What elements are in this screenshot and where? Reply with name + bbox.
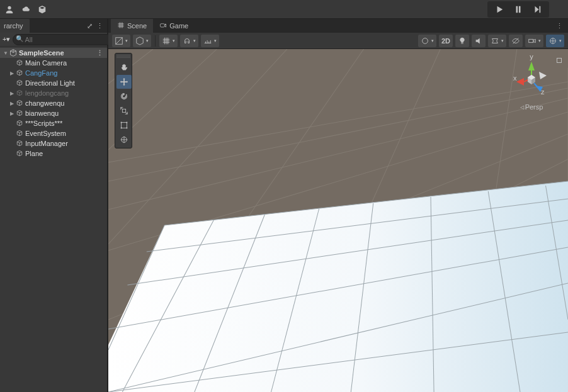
hierarchy-item[interactable]: ▶bianwenqu <box>0 108 107 118</box>
hierarchy-item-label: Directional Light <box>25 79 75 87</box>
increment-snap[interactable] <box>201 35 219 47</box>
camera-dropdown[interactable] <box>525 35 543 47</box>
scene-viewport[interactable]: y x z ◁ Persp <box>108 49 568 392</box>
editor-topbar <box>0 0 568 19</box>
expand-arrow-icon[interactable]: ▶ <box>9 111 15 116</box>
hierarchy-item-label: Main Camera <box>25 59 67 67</box>
svg-point-4 <box>423 38 428 43</box>
scene-name: SampleScene <box>19 49 64 57</box>
hierarchy-item-label: ***Scripts*** <box>25 120 62 127</box>
tab-scene[interactable]: Scene <box>111 19 153 33</box>
transform-tool-icon[interactable] <box>116 133 132 147</box>
svg-line-51 <box>534 83 538 87</box>
expand-arrow-icon[interactable]: ▶ <box>9 70 15 76</box>
gameobject-icon <box>15 149 24 158</box>
projection-label[interactable]: ◁ Persp <box>505 103 558 111</box>
hierarchy-item[interactable]: Plane <box>0 148 107 159</box>
hierarchy-tab[interactable]: rarchy <box>0 19 30 33</box>
lighting-toggle[interactable] <box>455 35 469 47</box>
effects-dropdown[interactable] <box>488 35 506 47</box>
tool-palette <box>115 53 132 148</box>
create-dropdown[interactable]: +▾ <box>3 35 10 43</box>
shading-dropdown[interactable] <box>133 35 151 47</box>
panel-menu-icon[interactable]: ⋮ <box>96 22 103 30</box>
hierarchy-search-row: +▾ 🔍 <box>0 33 107 47</box>
unity-logo-icon <box>9 48 18 57</box>
hierarchy-tab-strip: rarchy ⤢ ⋮ <box>0 19 107 33</box>
toggle-2d[interactable]: 2D <box>439 35 453 47</box>
axis-x-label: x <box>513 74 517 82</box>
audio-toggle[interactable] <box>472 35 486 47</box>
svg-marker-48 <box>516 78 524 86</box>
hierarchy-item[interactable]: ▶lengdongcang <box>0 88 107 98</box>
scale-tool-icon[interactable] <box>116 104 132 118</box>
hierarchy-item[interactable]: InputManager <box>0 138 107 148</box>
draw-mode-dropdown[interactable] <box>112 35 130 47</box>
hierarchy-panel: rarchy ⤢ ⋮ +▾ 🔍 ▼ SampleScene ⋮ Main Cam… <box>0 19 108 392</box>
account-icon[interactable] <box>3 3 16 16</box>
gameobject-icon <box>15 69 24 77</box>
tab-icon <box>159 21 167 30</box>
svg-point-38 <box>121 122 122 123</box>
hierarchy-item[interactable]: Directional Light <box>0 78 107 88</box>
svg-rect-6 <box>529 39 533 42</box>
hierarchy-item[interactable]: ▶CangFang <box>0 68 107 78</box>
hierarchy-item-label: Plane <box>25 150 43 157</box>
scene-toolbar: 2D <box>108 33 568 49</box>
tab-label: Scene <box>127 22 147 30</box>
svg-marker-52 <box>539 72 547 79</box>
move-tool-icon[interactable] <box>116 75 132 89</box>
hierarchy-search-input[interactable] <box>13 34 123 45</box>
rect-tool-icon[interactable] <box>116 118 132 132</box>
search-icon: 🔍 <box>16 35 23 42</box>
gameobject-icon <box>15 139 24 148</box>
pause-button[interactable] <box>510 3 526 16</box>
gameobject-icon <box>15 79 24 87</box>
svg-line-8 <box>108 82 568 162</box>
hierarchy-item[interactable]: ***Scripts*** <box>0 118 107 128</box>
scene-3d-view <box>108 49 568 392</box>
step-button[interactable] <box>529 3 545 16</box>
orientation-gizmo[interactable]: y x z ◁ Persp <box>505 55 558 111</box>
hand-tool-icon[interactable] <box>116 60 132 74</box>
grid-toggle[interactable] <box>159 35 178 47</box>
tab-label: Game <box>169 22 188 30</box>
scene-row[interactable]: ▼ SampleScene ⋮ <box>0 48 107 58</box>
svg-point-40 <box>121 127 122 128</box>
render-debug-dropdown[interactable] <box>418 35 436 47</box>
hierarchy-tree: ▼ SampleScene ⋮ Main Camera▶CangFangDire… <box>0 47 107 392</box>
gizmos-dropdown[interactable] <box>546 35 564 47</box>
tab-game[interactable]: Game <box>153 19 195 33</box>
package-icon[interactable] <box>35 3 49 16</box>
play-button[interactable] <box>491 3 508 16</box>
svg-marker-46 <box>528 62 535 70</box>
snap-toggle[interactable] <box>180 35 198 47</box>
gameobject-icon <box>15 109 24 118</box>
svg-line-49 <box>524 80 528 82</box>
svg-rect-37 <box>122 123 127 128</box>
scene-panel-menu-icon[interactable]: ⋮ <box>556 22 568 30</box>
hierarchy-tab-label: rarchy <box>4 22 23 30</box>
svg-point-41 <box>126 127 127 128</box>
hidden-toggle[interactable] <box>509 35 523 47</box>
axis-z-label: z <box>541 88 545 96</box>
gizmo-lock-icon[interactable] <box>557 58 562 63</box>
axis-y-label: y <box>530 55 533 60</box>
scene-menu-icon[interactable]: ⋮ <box>96 49 107 57</box>
gameobject-icon <box>15 89 24 98</box>
expand-arrow-icon[interactable]: ▶ <box>9 91 15 96</box>
hierarchy-item[interactable]: Main Camera <box>0 58 107 68</box>
gizmo-icon: y x z <box>509 55 554 99</box>
lock-icon[interactable]: ⤢ <box>87 22 93 30</box>
expand-arrow-icon[interactable]: ▶ <box>9 101 15 106</box>
hierarchy-item[interactable]: EventSystem <box>0 128 107 138</box>
gameobject-icon <box>15 59 24 67</box>
hierarchy-item[interactable]: ▶changwenqu <box>0 98 107 108</box>
cloud-icon[interactable] <box>19 3 33 16</box>
svg-rect-36 <box>122 109 125 112</box>
expand-arrow-icon[interactable]: ▼ <box>3 50 9 56</box>
gameobject-icon <box>15 129 24 138</box>
palette-grip[interactable] <box>116 55 130 59</box>
rotate-tool-icon[interactable] <box>116 89 132 103</box>
hierarchy-item-label: bianwenqu <box>25 109 59 117</box>
